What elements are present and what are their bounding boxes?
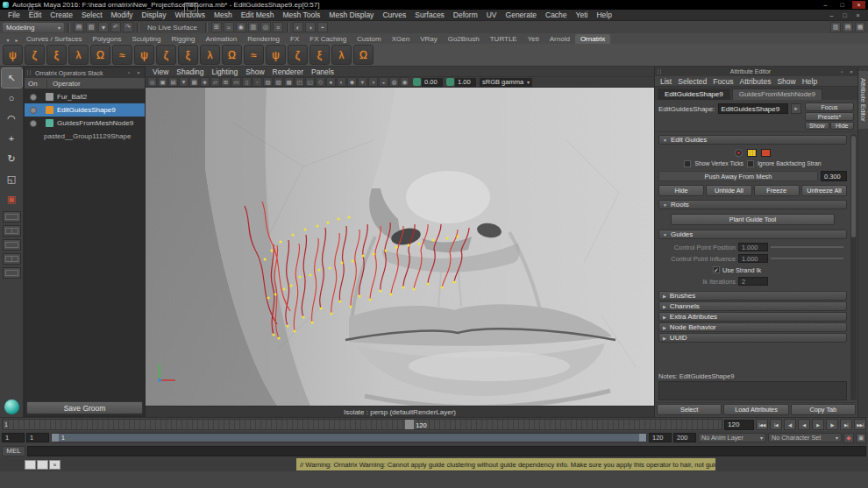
menu-item[interactable]: Generate <box>502 11 541 19</box>
app-minimize-button[interactable] <box>819 1 832 9</box>
menu-item[interactable]: Surfaces <box>410 11 449 19</box>
operator-enable-icon[interactable] <box>30 120 37 127</box>
two-pane-layout-button[interactable] <box>3 225 21 237</box>
lights-icon[interactable]: ◆ <box>347 77 357 87</box>
menu-item[interactable]: Modify <box>107 11 138 19</box>
persp-outliner-layout-button[interactable] <box>3 253 21 265</box>
snap-to-grids-icon[interactable]: ⊞ <box>211 22 222 32</box>
textured-icon[interactable]: ◐ <box>337 77 346 87</box>
shelf-tab[interactable]: FX <box>285 34 304 44</box>
scene-close-button[interactable] <box>851 11 864 19</box>
collapsed-section[interactable]: UUID <box>658 333 847 343</box>
rotate-tool-icon[interactable]: ↻ <box>2 149 22 168</box>
panel-popout-icon[interactable]: ▫ <box>125 69 132 76</box>
ornatrix-shelf-icon-13[interactable]: ψ <box>266 45 286 65</box>
animation-start-field[interactable]: 1 <box>2 433 25 442</box>
frame-selection-icon[interactable]: ◱ <box>305 77 315 87</box>
shelf-tab[interactable]: FX Caching <box>304 34 352 44</box>
hide-button[interactable]: Hide <box>830 122 855 130</box>
playback-end-field[interactable]: 120 <box>649 433 672 442</box>
attribute-editor-menu-item[interactable]: Selected <box>678 77 707 86</box>
operator-row[interactable]: pasted__Group11129Shape <box>25 130 145 143</box>
focus-button[interactable]: Focus <box>805 103 854 111</box>
step-back-frame-button[interactable]: |◀ <box>770 419 782 430</box>
smooth-shade-icon[interactable]: ● <box>326 77 336 87</box>
redo-icon[interactable]: ↷ <box>123 22 133 32</box>
control-point-influence-field[interactable]: 1.000 <box>738 254 768 263</box>
last-tool-icon[interactable]: ▣ <box>2 189 22 209</box>
attribute-editor-menu-item[interactable]: Focus <box>713 77 733 86</box>
menu-item[interactable]: Mesh Tools <box>279 11 325 19</box>
command-input[interactable] <box>27 446 866 456</box>
gate-mask-icon[interactable]: ▫ <box>253 77 262 87</box>
2d-pan-zoom-icon[interactable]: ◈ <box>200 77 210 87</box>
range-end-handle[interactable] <box>639 434 646 442</box>
operator-row[interactable]: Fur_Ball2 <box>25 90 145 103</box>
resolution-gate-icon[interactable]: ▯ <box>242 77 252 87</box>
panel-popout-icon[interactable]: ▫ <box>838 68 845 75</box>
character-set-dropdown[interactable]: No Character Set ▾ <box>768 433 842 442</box>
unfreeze-all-button[interactable]: Unfreeze All <box>801 185 847 196</box>
ornatrix-shelf-icon-6[interactable]: ≈ <box>112 45 132 65</box>
node-name-field[interactable]: EditGuidesShape9 <box>718 103 789 114</box>
menu-item[interactable]: Deform <box>449 11 482 19</box>
shelf-tab[interactable]: Ornatrix <box>575 34 610 44</box>
go-to-end-button[interactable]: ▶▶| <box>854 419 866 430</box>
select-tool-icon[interactable]: ↖ <box>2 68 22 88</box>
ik-iterations-field[interactable]: 2 <box>738 277 768 286</box>
animation-preferences-icon[interactable]: ▣ <box>856 433 866 443</box>
attribute-editor-menu-item[interactable]: Help <box>802 77 817 86</box>
xgen-droplet-icon[interactable] <box>4 400 19 414</box>
select-camera-icon[interactable]: ◎ <box>147 77 157 87</box>
show-vertex-ticks-checkbox[interactable] <box>684 160 691 167</box>
scene-restore-button[interactable] <box>838 11 851 19</box>
script-tab-close-icon[interactable] <box>49 460 60 470</box>
shelf-tab[interactable]: Sculpting <box>127 34 167 44</box>
scrollbar[interactable] <box>850 134 857 400</box>
grid-icon[interactable]: ⊞ <box>221 77 231 87</box>
paint-select-tool-icon[interactable]: ◠ <box>2 109 22 128</box>
shelf-tab[interactable]: Animation <box>201 34 243 44</box>
step-forward-frame-button[interactable]: ▶| <box>840 419 852 430</box>
current-frame-scrubber[interactable] <box>405 420 414 429</box>
menu-item[interactable]: UV <box>482 11 502 19</box>
shelf-tab[interactable]: Polygons <box>88 34 127 44</box>
attribute-editor-toggle-icon[interactable]: ▥ <box>830 22 841 32</box>
lasso-select-tool-icon[interactable]: ○ <box>2 88 22 108</box>
shadows-icon[interactable]: ▾ <box>358 77 367 87</box>
four-pane-layout-button[interactable] <box>3 239 21 251</box>
range-start-handle[interactable] <box>52 434 59 442</box>
use-strand-ik-checkbox[interactable] <box>713 266 720 273</box>
shelf-tab[interactable]: Arnold <box>544 34 575 44</box>
bookmarks-icon[interactable]: ▼ <box>179 77 189 87</box>
move-tool-icon[interactable]: + <box>2 129 22 148</box>
presets-button[interactable]: Presets* <box>805 112 854 121</box>
auto-keyframe-toggle-icon[interactable]: ◆ <box>843 433 854 443</box>
menu-item[interactable]: Select <box>77 11 107 19</box>
app-close-button[interactable] <box>852 1 865 9</box>
safe-action-icon[interactable]: ▧ <box>274 77 283 87</box>
menu-item[interactable]: Create <box>46 11 77 19</box>
ignore-backfacing-checkbox[interactable] <box>747 160 754 167</box>
hypershade-layout-button[interactable] <box>3 267 21 279</box>
panel-close-icon[interactable]: × <box>135 69 142 76</box>
grease-pencil-icon[interactable]: ▱ <box>210 77 220 87</box>
lock-camera-icon[interactable]: ▣ <box>158 77 167 87</box>
snap-to-points-icon[interactable]: ◉ <box>236 22 246 32</box>
attribute-editor-menu-item[interactable]: Attributes <box>739 77 771 86</box>
collapsed-section[interactable]: Node Behavior <box>658 322 847 332</box>
expand-icon[interactable]: ▸ <box>791 103 801 114</box>
shelf-menu-icon[interactable]: ▾ <box>4 35 12 44</box>
push-away-from-mesh-button[interactable]: Push Away From Mesh <box>658 171 818 181</box>
menu-set-dropdown[interactable]: Modeling ▾ <box>3 23 64 32</box>
section-guides[interactable]: Guides <box>658 230 847 239</box>
menu-item[interactable]: Mesh Display <box>324 11 378 19</box>
ipr-render-icon[interactable]: ◑ <box>305 22 316 32</box>
ornatrix-shelf-icon-7[interactable]: ψ <box>134 45 154 65</box>
ornatrix-shelf-icon-4[interactable]: λ <box>68 45 89 65</box>
copy-tab-button[interactable]: Copy Tab <box>791 404 856 415</box>
camera-attributes-icon[interactable]: ▤ <box>168 77 178 87</box>
control-point-position-field[interactable]: 1.000 <box>738 243 768 251</box>
ornatrix-shelf-icon-16[interactable]: λ <box>331 45 352 65</box>
anim-layer-dropdown[interactable]: No Anim Layer ▾ <box>698 433 766 442</box>
